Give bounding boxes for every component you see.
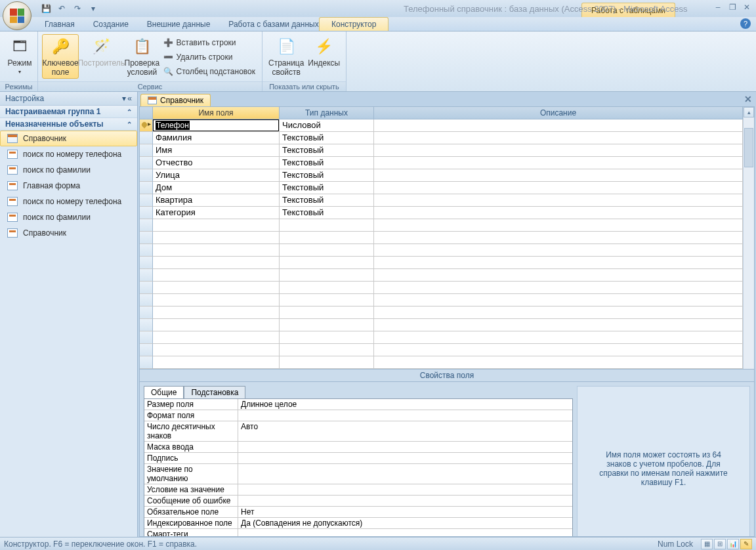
data-type-cell[interactable] bbox=[280, 307, 374, 319]
data-type-cell[interactable]: Числовой bbox=[280, 119, 374, 132]
description-cell[interactable] bbox=[374, 207, 743, 219]
prop-tab-general[interactable]: Общие bbox=[144, 386, 184, 398]
nav-item[interactable]: поиск по фамилии bbox=[0, 209, 137, 225]
view-datasheet-icon[interactable]: ▦ bbox=[701, 539, 713, 549]
save-icon[interactable]: 💾 bbox=[39, 2, 52, 15]
row-selector[interactable] bbox=[140, 157, 153, 169]
description-cell[interactable] bbox=[374, 194, 743, 207]
minimize-icon[interactable]: – bbox=[713, 3, 723, 12]
data-type-cell[interactable]: Текстовый bbox=[280, 194, 374, 207]
row-selector[interactable] bbox=[140, 132, 153, 144]
field-name-cell[interactable] bbox=[153, 356, 280, 369]
field-name-cell[interactable] bbox=[153, 331, 280, 344]
field-name-cell[interactable] bbox=[153, 244, 280, 257]
row-selector[interactable] bbox=[140, 269, 153, 282]
data-type-cell[interactable] bbox=[280, 219, 374, 232]
data-type-cell[interactable]: Текстовый bbox=[280, 207, 374, 219]
nav-item[interactable]: Справочник bbox=[0, 225, 137, 241]
data-type-cell[interactable] bbox=[280, 356, 374, 369]
test-rules-button[interactable]: 📋 Проверка условий bbox=[123, 34, 160, 79]
view-pivotchart-icon[interactable]: 📊 bbox=[727, 539, 739, 549]
data-type-cell[interactable]: Текстовый bbox=[280, 157, 374, 169]
data-type-cell[interactable] bbox=[280, 331, 374, 344]
property-value[interactable] bbox=[238, 453, 572, 463]
description-cell[interactable] bbox=[374, 307, 743, 319]
row-selector[interactable] bbox=[140, 244, 153, 257]
field-name-cell[interactable]: Отчество bbox=[153, 157, 280, 169]
description-cell[interactable] bbox=[374, 257, 743, 269]
row-selector[interactable] bbox=[140, 294, 153, 307]
field-name-cell[interactable] bbox=[153, 219, 280, 232]
nav-item[interactable]: поиск по номеру телефона bbox=[0, 194, 137, 209]
field-name-cell[interactable] bbox=[153, 344, 280, 356]
row-selector[interactable] bbox=[140, 356, 153, 369]
description-cell[interactable] bbox=[374, 144, 743, 157]
description-cell[interactable] bbox=[374, 294, 743, 307]
description-cell[interactable] bbox=[374, 282, 743, 294]
field-name-cell[interactable] bbox=[153, 257, 280, 269]
property-value[interactable]: Длинное целое bbox=[238, 399, 572, 410]
description-cell[interactable] bbox=[374, 219, 743, 232]
description-cell[interactable] bbox=[374, 119, 743, 132]
data-type-cell[interactable]: Текстовый bbox=[280, 132, 374, 144]
nav-dropdown-icon[interactable]: ▾ bbox=[122, 94, 126, 103]
nav-group-custom[interactable]: Настраиваемая группа 1⌃ bbox=[0, 106, 137, 118]
close-icon[interactable]: ✕ bbox=[742, 3, 752, 12]
data-type-cell[interactable] bbox=[280, 294, 374, 307]
property-value[interactable] bbox=[238, 410, 572, 421]
qat-customize-icon[interactable]: ▾ bbox=[87, 2, 100, 15]
property-row[interactable]: Маска ввода bbox=[144, 442, 572, 453]
nav-item[interactable]: Главная форма bbox=[0, 178, 137, 194]
restore-icon[interactable]: ❐ bbox=[727, 3, 738, 12]
field-name-cell[interactable] bbox=[153, 319, 280, 331]
property-value[interactable] bbox=[238, 442, 572, 452]
view-design-icon[interactable]: ✎ bbox=[740, 539, 752, 549]
field-name-cell[interactable]: Телефон bbox=[153, 119, 280, 132]
property-sheet-button[interactable]: 📄 Страница свойств bbox=[266, 34, 306, 79]
row-selector[interactable] bbox=[140, 207, 153, 219]
row-selector[interactable] bbox=[140, 307, 153, 319]
field-name-cell[interactable] bbox=[153, 269, 280, 282]
nav-header[interactable]: Настройка ▾« bbox=[0, 92, 137, 106]
field-name-cell[interactable]: Квартира bbox=[153, 194, 280, 207]
help-icon[interactable]: ? bbox=[740, 18, 751, 29]
data-type-cell[interactable] bbox=[280, 344, 374, 356]
property-value[interactable] bbox=[238, 484, 572, 495]
description-cell[interactable] bbox=[374, 232, 743, 244]
data-type-cell[interactable]: Текстовый bbox=[280, 182, 374, 194]
row-selector[interactable] bbox=[140, 331, 153, 344]
field-name-cell[interactable] bbox=[153, 294, 280, 307]
description-cell[interactable] bbox=[374, 356, 743, 369]
builder-button[interactable]: 🪄 Построитель bbox=[79, 34, 123, 70]
row-selector[interactable] bbox=[140, 169, 153, 182]
lookup-column-button[interactable]: 🔍Столбец подстановок bbox=[161, 66, 258, 77]
tab-dbtools[interactable]: Работа с базами данных bbox=[219, 18, 327, 31]
field-name-cell[interactable]: Категория bbox=[153, 207, 280, 219]
property-row[interactable]: Формат поля bbox=[144, 410, 572, 421]
row-selector[interactable] bbox=[140, 319, 153, 331]
description-cell[interactable] bbox=[374, 269, 743, 282]
data-type-cell[interactable]: Текстовый bbox=[280, 169, 374, 182]
property-value[interactable] bbox=[238, 496, 572, 506]
data-type-cell[interactable]: Текстовый bbox=[280, 144, 374, 157]
indexes-button[interactable]: ⚡ Индексы bbox=[306, 34, 342, 70]
view-button[interactable]: 🗔 Режим ▾ bbox=[4, 34, 35, 77]
row-selector[interactable] bbox=[140, 144, 153, 157]
field-name-cell[interactable]: Имя bbox=[153, 144, 280, 157]
nav-collapse-icon[interactable]: « bbox=[127, 94, 132, 103]
row-selector[interactable] bbox=[140, 282, 153, 294]
redo-icon[interactable]: ↷ bbox=[71, 2, 84, 15]
tab-external[interactable]: Внешние данные bbox=[138, 18, 220, 31]
field-name-cell[interactable]: Улица bbox=[153, 169, 280, 182]
description-cell[interactable] bbox=[374, 169, 743, 182]
field-name-cell[interactable] bbox=[153, 232, 280, 244]
property-row[interactable]: Значение по умолчанию bbox=[144, 464, 572, 484]
view-pivottable-icon[interactable]: ⊞ bbox=[714, 539, 726, 549]
property-value[interactable] bbox=[238, 464, 572, 484]
doc-tab-spravochnik[interactable]: Справочник bbox=[140, 94, 211, 106]
data-type-cell[interactable] bbox=[280, 269, 374, 282]
field-name-cell[interactable] bbox=[153, 282, 280, 294]
description-cell[interactable] bbox=[374, 319, 743, 331]
property-value[interactable]: Нет bbox=[238, 507, 572, 517]
nav-item[interactable]: поиск по номеру телефона bbox=[0, 146, 137, 162]
